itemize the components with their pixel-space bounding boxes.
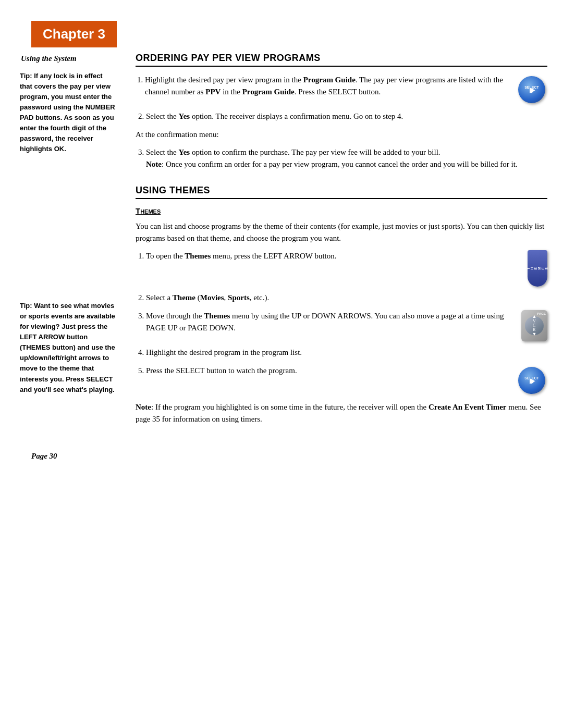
chapter-header: Chapter 3 [31, 21, 117, 47]
list-item: Press the SELECT button to watch the pro… [146, 365, 509, 377]
page-number: Page 30 [31, 452, 563, 471]
main-content: Ordering Pay Per View Programs Highlight… [130, 47, 547, 431]
section1-heading: Ordering Pay Per View Programs [136, 53, 547, 67]
list-item: Move through the Themes menu by using th… [146, 310, 514, 335]
list-item: Select the Yes option. The receiver disp… [146, 110, 547, 122]
list-item: Highlight the desired program in the pro… [146, 347, 547, 359]
list-item: Select a Theme (Movies, Sports, etc.). [146, 292, 547, 304]
content-layout: Using the System Tip: If any lock is in … [0, 47, 563, 431]
themes-item3: Move through the Themes menu by using th… [136, 310, 547, 341]
list-item: Select the Yes option to confirm the pur… [146, 146, 547, 171]
confirmation-intro: At the confirmation menu: [136, 129, 547, 141]
themes-note: Note: If the program you highlighted is … [136, 401, 547, 426]
themes-item5: Press the SELECT button to watch the pro… [136, 365, 547, 396]
themes-item1: To open the Themes menu, press the LEFT … [136, 250, 547, 287]
sidebar-tip-2: Tip: Want to see what movies or sports e… [16, 301, 120, 395]
themes-button-icon: THEMES [528, 250, 547, 287]
section1-item1-text: Highlight the desired pay per view progr… [136, 74, 509, 105]
themes-item3-text: Move through the Themes menu by using th… [136, 310, 514, 341]
themes-item1-text: To open the Themes menu, press the LEFT … [136, 250, 520, 268]
themes-subheading: Themes [136, 206, 547, 215]
section1-item1: Highlight the desired pay per view progr… [136, 74, 547, 105]
list-item: Highlight the desired pay per view progr… [145, 74, 509, 98]
select-button-icon-1: SELECT▶ [516, 74, 547, 105]
sidebar-subheading: Using the System [21, 53, 120, 65]
select-button-icon-2: SELECT▶ [516, 365, 547, 396]
section2-heading: Using Themes [136, 185, 547, 199]
themes-item5-text: Press the SELECT button to watch the pro… [136, 365, 509, 383]
sidebar-tip-1: Tip: If any lock is in effect that cover… [16, 71, 120, 155]
list-item: To open the Themes menu, press the LEFT … [146, 250, 520, 262]
page-button-icon: PAGE ▲ VCR ▼ [521, 310, 547, 341]
themes-intro: You can list and choose programs by the … [136, 220, 547, 245]
sidebar: Using the System Tip: If any lock is in … [16, 47, 130, 431]
page-container: Chapter 3 Using the System Tip: If any l… [0, 0, 563, 728]
